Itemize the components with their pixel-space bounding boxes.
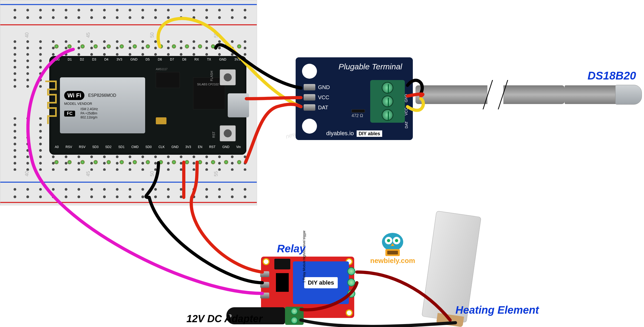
dc-jack-screw-neg[interactable] <box>291 317 298 324</box>
wifi-badge: Wi Fi <box>64 91 84 100</box>
pin-label: TX <box>207 58 211 66</box>
solder-pad[interactable] <box>54 160 59 164</box>
pin-label: RX <box>194 58 199 66</box>
terminal-brand: diyables.ioDIY ables <box>296 130 413 137</box>
solder-pad[interactable] <box>198 44 202 49</box>
pin-label: D2 <box>80 58 84 66</box>
screw-vcc[interactable] <box>382 95 393 107</box>
pin-label: A0 <box>55 145 59 153</box>
pin-label: Vin <box>236 145 241 153</box>
solder-pad[interactable] <box>159 44 163 49</box>
cable-break-icon <box>487 80 503 109</box>
relay-pin-in[interactable] <box>260 293 269 298</box>
solder-pad[interactable] <box>172 44 176 49</box>
relay-label: Relay <box>277 243 305 255</box>
pin-label: CLK <box>158 145 165 153</box>
pin-label: GND <box>172 145 179 153</box>
pin-label: RSV <box>66 145 72 153</box>
flash-label: FLASH <box>210 71 214 81</box>
nodemcu-esp8266: D0D1D2D3D43V3GNDD5D6D7D8RXTXGND3V3 A0RSV… <box>49 56 246 155</box>
pin-label: 3V3 <box>185 145 191 153</box>
relay-driver-ic <box>276 273 289 292</box>
solder-pad[interactable] <box>185 160 189 164</box>
solder-pad[interactable] <box>159 160 163 164</box>
shield-vendor: MODEL VENDOR <box>64 102 92 106</box>
pullup-resistor <box>352 109 365 113</box>
screw-label-dat: DAT <box>405 121 409 129</box>
newbiely-logo: newbiely.com <box>370 230 415 265</box>
pin-label: SD3 <box>92 145 98 153</box>
pin-label: SD0 <box>145 145 152 153</box>
relay-screw-nc[interactable] <box>347 290 355 298</box>
terminal-pin-label: DAT <box>318 105 328 111</box>
micro-usb-port[interactable] <box>228 93 249 117</box>
esp8266-shield: Wi Fi ESP8266MOD MODEL VENDOR FC ISM 2.4… <box>60 77 145 133</box>
pin-label: D8 <box>182 58 186 66</box>
solder-pad[interactable] <box>67 160 72 164</box>
solder-pad[interactable] <box>172 160 176 164</box>
regulator-label: AMS1117 <box>156 68 168 71</box>
solder-pad[interactable] <box>93 160 98 164</box>
pin-label: D3 <box>92 58 96 66</box>
relay-pin-dcplus[interactable] <box>260 271 269 277</box>
solder-pad[interactable] <box>146 44 150 49</box>
solder-pad[interactable] <box>237 44 241 49</box>
terminal-title: Plugable Terminal <box>339 62 402 71</box>
terminal-adapter-module: Plugable Terminal GND VCC DAT 472 Ω DAT … <box>296 57 413 140</box>
pin-label: D6 <box>158 58 162 66</box>
shield-model: ESP8266MOD <box>88 93 116 98</box>
dc-jack-terminal <box>285 307 304 325</box>
flash-button[interactable] <box>220 69 236 85</box>
relay-screw-no[interactable] <box>347 267 355 275</box>
relay-screw-com[interactable] <box>347 278 355 286</box>
shield-std: 802.11b/g/n <box>80 115 98 120</box>
reset-button[interactable] <box>220 125 236 141</box>
pin-label: D1 <box>68 58 72 66</box>
smd-component <box>156 117 166 124</box>
heater-label: Heating Element <box>455 304 539 316</box>
dc-jack-screw-pos[interactable] <box>291 308 298 315</box>
solder-pad[interactable] <box>107 44 111 49</box>
ds18b20-label: DS18B20 <box>588 69 636 82</box>
newbiely-brand-text: newbiely.com <box>370 257 415 265</box>
solder-pad[interactable] <box>211 44 215 49</box>
relay-pin-dcminus[interactable] <box>260 282 269 288</box>
pin-label: D0 <box>55 58 59 66</box>
svg-rect-3 <box>11 15 250 23</box>
terminal-pin-label: VCC <box>318 94 329 101</box>
solder-pad[interactable] <box>185 44 189 49</box>
pin-label: GND <box>219 58 226 66</box>
shield-ism: ISM 2.4GHz <box>80 107 98 111</box>
pin-label: D4 <box>104 58 108 66</box>
solder-pad[interactable] <box>67 44 72 49</box>
solder-pad[interactable] <box>211 160 215 164</box>
pin-label: CMD <box>131 145 138 153</box>
solder-pad[interactable] <box>120 160 124 164</box>
solder-pad[interactable] <box>80 44 85 49</box>
solder-pad[interactable] <box>224 160 228 164</box>
pin-labels-bottom: A0RSVRSVSD3SD2SD1CMDSD0CLKGND3V3ENRSTGND… <box>49 145 246 153</box>
relay-coil-block: DIY ables <box>293 261 349 304</box>
solder-pad[interactable] <box>80 160 85 164</box>
solder-pad[interactable] <box>224 44 228 49</box>
relay-trigger-jumper[interactable] <box>274 259 290 269</box>
solder-pad[interactable] <box>107 160 111 164</box>
reset-label: RST <box>212 131 216 138</box>
solder-pad[interactable] <box>133 44 137 49</box>
solder-pad[interactable] <box>198 160 202 164</box>
mounting-hole <box>346 309 353 316</box>
solder-pad[interactable] <box>237 160 241 164</box>
solder-pad[interactable] <box>133 160 137 164</box>
pin-header-top <box>50 44 246 51</box>
pin-label: SD2 <box>105 145 111 153</box>
solder-pad[interactable] <box>146 160 150 164</box>
solder-pad[interactable] <box>93 44 98 49</box>
solder-pad[interactable] <box>120 44 124 49</box>
solder-pad[interactable] <box>54 44 59 49</box>
screw-gnd[interactable] <box>382 82 393 94</box>
pin-label: 3V3 <box>117 58 122 66</box>
ds18b20-cable <box>565 85 618 104</box>
screw-dat[interactable] <box>382 109 393 121</box>
diyables-logo-icon: DIY ables <box>357 130 382 137</box>
pin-label: RST <box>209 145 215 153</box>
